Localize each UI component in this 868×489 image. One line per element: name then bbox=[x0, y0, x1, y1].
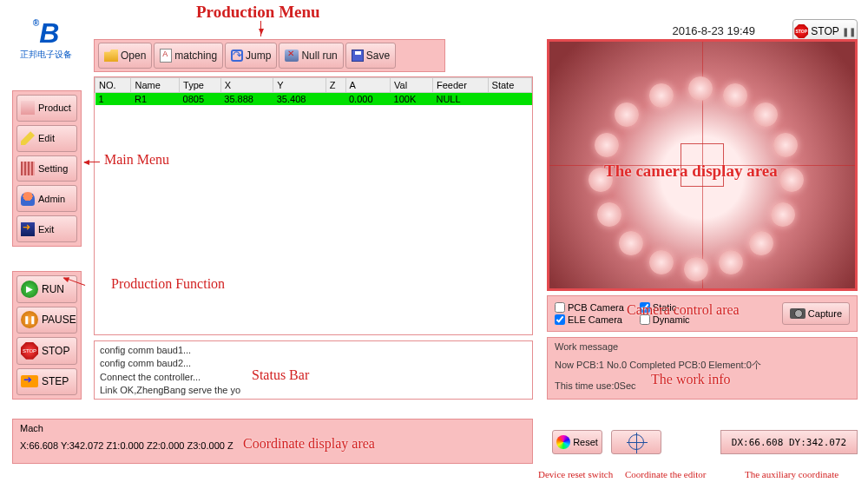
production-menu-toolbar: Open matching Jump Null run Save bbox=[94, 39, 445, 72]
open-label: Open bbox=[121, 50, 146, 62]
stop-button[interactable]: STOPSTOP bbox=[16, 337, 77, 365]
col-a[interactable]: A bbox=[345, 78, 391, 93]
product-label: Product bbox=[38, 102, 71, 113]
bottom-controls: Reset bbox=[552, 430, 661, 454]
run-control-panel: ▶RUN PAUSE STOPSTOP STEP bbox=[12, 271, 82, 400]
static-checkbox[interactable]: Static bbox=[640, 302, 690, 313]
col-z[interactable]: Z bbox=[326, 78, 345, 93]
main-menu: Product Edit Setting Admin Exit bbox=[12, 90, 82, 247]
camera-display[interactable] bbox=[547, 39, 858, 291]
static-label: Static bbox=[653, 302, 677, 313]
step-button[interactable]: STEP bbox=[16, 368, 77, 396]
stop-icon: STOP bbox=[794, 24, 808, 38]
reset-icon bbox=[556, 435, 570, 449]
setting-icon bbox=[21, 162, 35, 175]
col-y[interactable]: Y bbox=[273, 78, 326, 93]
logo-icon: B bbox=[33, 19, 59, 47]
reset-label: Reset bbox=[573, 437, 598, 447]
null-run-button[interactable]: Null run bbox=[279, 43, 343, 69]
product-icon bbox=[21, 101, 35, 115]
cell-y: 35.408 bbox=[273, 93, 326, 106]
run-button[interactable]: ▶RUN bbox=[16, 275, 77, 303]
admin-tab[interactable]: Admin bbox=[16, 185, 77, 212]
folder-icon bbox=[104, 50, 118, 62]
cell-name: R1 bbox=[131, 93, 180, 106]
target-box bbox=[681, 143, 724, 187]
admin-label: Admin bbox=[38, 194, 65, 204]
status-bar: config comm baud1... config comm baud2..… bbox=[94, 340, 533, 400]
null-run-label: Null run bbox=[301, 50, 337, 62]
exit-icon bbox=[21, 222, 35, 236]
work-line: Now PCB:1 No.0 Completed PCB:0 Element:0… bbox=[555, 359, 850, 372]
cell-val: 100K bbox=[391, 93, 433, 106]
null-run-icon bbox=[285, 50, 299, 62]
cell-z bbox=[326, 93, 345, 106]
cell-a: 0.000 bbox=[345, 93, 391, 106]
edit-label: Edit bbox=[38, 133, 55, 143]
col-x[interactable]: X bbox=[220, 78, 273, 93]
setting-label: Setting bbox=[38, 163, 68, 174]
col-feeder[interactable]: Feeder bbox=[432, 78, 488, 93]
setting-tab[interactable]: Setting bbox=[16, 155, 77, 182]
stop-icon: STOP bbox=[21, 342, 38, 360]
col-val[interactable]: Val bbox=[391, 78, 433, 93]
arrow-icon bbox=[260, 21, 261, 36]
run-label: RUN bbox=[42, 283, 64, 295]
pcb-camera-checkbox[interactable]: PCB Camera bbox=[555, 302, 624, 313]
auxiliary-coordinate: DX:66.608 DY:342.072 bbox=[720, 430, 858, 454]
stop-label: STOP bbox=[811, 25, 838, 37]
jump-icon bbox=[231, 50, 243, 62]
col-no[interactable]: NO. bbox=[95, 78, 131, 93]
open-button[interactable]: Open bbox=[98, 43, 152, 69]
cell-x: 35.888 bbox=[220, 93, 273, 106]
save-icon bbox=[352, 50, 364, 62]
cell-state bbox=[488, 93, 531, 106]
logo: B 正邦电子设备 bbox=[16, 19, 76, 67]
col-state[interactable]: State bbox=[488, 78, 531, 93]
exit-button[interactable]: Exit bbox=[16, 215, 77, 242]
step-label: STEP bbox=[42, 375, 69, 387]
admin-icon bbox=[21, 192, 35, 206]
ele-camera-checkbox[interactable]: ELE Camera bbox=[555, 314, 624, 325]
save-button[interactable]: Save bbox=[345, 43, 396, 69]
capture-button[interactable]: Capture bbox=[782, 302, 850, 325]
pause-icon bbox=[21, 311, 38, 328]
ele-camera-label: ELE Camera bbox=[568, 314, 622, 325]
coordinate-display: Mach X:66.608 Y:342.072 Z1:0.000 Z2:0.00… bbox=[12, 419, 533, 464]
col-type[interactable]: Type bbox=[180, 78, 221, 93]
capture-label: Capture bbox=[808, 308, 842, 319]
product-tab[interactable]: Product bbox=[16, 95, 77, 122]
document-icon bbox=[160, 49, 172, 63]
jump-button[interactable]: Jump bbox=[225, 43, 277, 69]
dynamic-label: Dynamic bbox=[653, 314, 690, 325]
matching-label: matching bbox=[174, 50, 217, 62]
camera-icon bbox=[790, 308, 806, 319]
pause-button[interactable]: PAUSE bbox=[16, 307, 77, 334]
coordinate-editor-button[interactable] bbox=[611, 430, 661, 454]
mach-title: Mach bbox=[20, 423, 525, 433]
stop-label: STOP bbox=[42, 345, 69, 357]
play-icon: ▶ bbox=[21, 281, 38, 298]
work-message-panel: Work message Now PCB:1 No.0 Completed PC… bbox=[547, 337, 858, 400]
pause-label: PAUSE bbox=[42, 314, 76, 326]
work-title: Work message bbox=[555, 341, 850, 352]
step-icon bbox=[21, 375, 38, 387]
save-label: Save bbox=[366, 50, 390, 62]
status-line: config comm baud2... bbox=[100, 357, 527, 370]
status-line: Connect the controller... bbox=[100, 371, 527, 384]
mach-coords: X:66.608 Y:342.072 Z1:0.000 Z2:0.000 Z3:… bbox=[20, 440, 525, 451]
col-name[interactable]: Name bbox=[131, 78, 180, 93]
matching-button[interactable]: matching bbox=[154, 43, 223, 69]
exit-label: Exit bbox=[38, 224, 54, 235]
component-table[interactable]: NO. Name Type X Y Z A Val Feeder State 1… bbox=[94, 76, 533, 335]
dynamic-checkbox[interactable]: Dynamic bbox=[640, 314, 690, 325]
cell-no: 1 bbox=[95, 93, 131, 106]
reset-button[interactable]: Reset bbox=[552, 430, 602, 454]
anno-coord-edit: Coordinate the editor bbox=[625, 469, 706, 479]
logo-subtitle: 正邦电子设备 bbox=[20, 49, 72, 61]
table-row[interactable]: 1 R1 0805 35.888 35.408 0.000 100K NULL bbox=[95, 93, 532, 106]
edit-tab[interactable]: Edit bbox=[16, 125, 77, 152]
status-line: config comm baud1... bbox=[100, 344, 527, 357]
work-line: This time use:0Sec bbox=[555, 380, 850, 391]
cell-feeder: NULL bbox=[432, 93, 488, 106]
